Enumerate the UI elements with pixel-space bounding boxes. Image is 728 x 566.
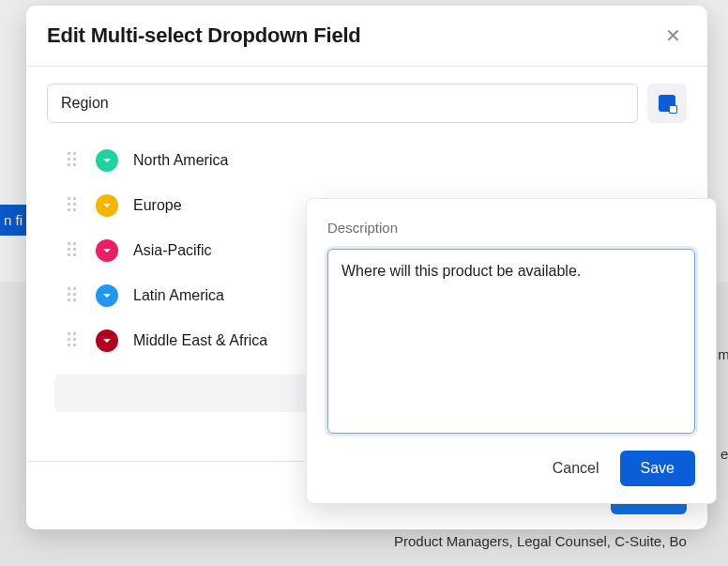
field-name-input[interactable] bbox=[47, 84, 638, 123]
option-label: Asia-Pacific bbox=[133, 242, 212, 259]
option-color-swatch bbox=[96, 194, 118, 217]
description-textarea[interactable] bbox=[327, 249, 695, 434]
option-label: Middle East & Africa bbox=[133, 332, 267, 349]
drag-handle-icon[interactable] bbox=[68, 332, 81, 349]
option-color-swatch bbox=[96, 239, 118, 262]
option-label: Europe bbox=[133, 197, 182, 214]
cancel-button[interactable]: Cancel bbox=[553, 460, 599, 477]
option-color-swatch bbox=[96, 149, 118, 172]
option-label: Latin America bbox=[133, 287, 224, 304]
drag-handle-icon[interactable] bbox=[68, 197, 81, 214]
drag-handle-icon[interactable] bbox=[68, 287, 81, 304]
option-label: North America bbox=[133, 152, 228, 169]
option-row[interactable]: North America bbox=[68, 149, 687, 172]
option-color-swatch bbox=[96, 329, 118, 352]
modal-body: North America Europe Asia-Pacific Latin … bbox=[26, 67, 707, 461]
modal-title: Edit Multi-select Dropdown Field bbox=[47, 23, 361, 48]
note-icon bbox=[659, 95, 675, 112]
close-icon[interactable]: ✕ bbox=[661, 23, 685, 49]
drag-handle-icon[interactable] bbox=[68, 242, 81, 259]
modal-header: Edit Multi-select Dropdown Field ✕ bbox=[26, 6, 707, 67]
save-button[interactable]: Save bbox=[620, 451, 695, 486]
description-popover: Description Cancel Save bbox=[306, 198, 717, 504]
drag-handle-icon[interactable] bbox=[68, 152, 81, 169]
option-color-swatch bbox=[96, 284, 118, 307]
description-label: Description bbox=[327, 220, 695, 236]
field-color-button[interactable] bbox=[647, 84, 687, 123]
edit-field-modal: Edit Multi-select Dropdown Field ✕ North… bbox=[26, 6, 707, 529]
